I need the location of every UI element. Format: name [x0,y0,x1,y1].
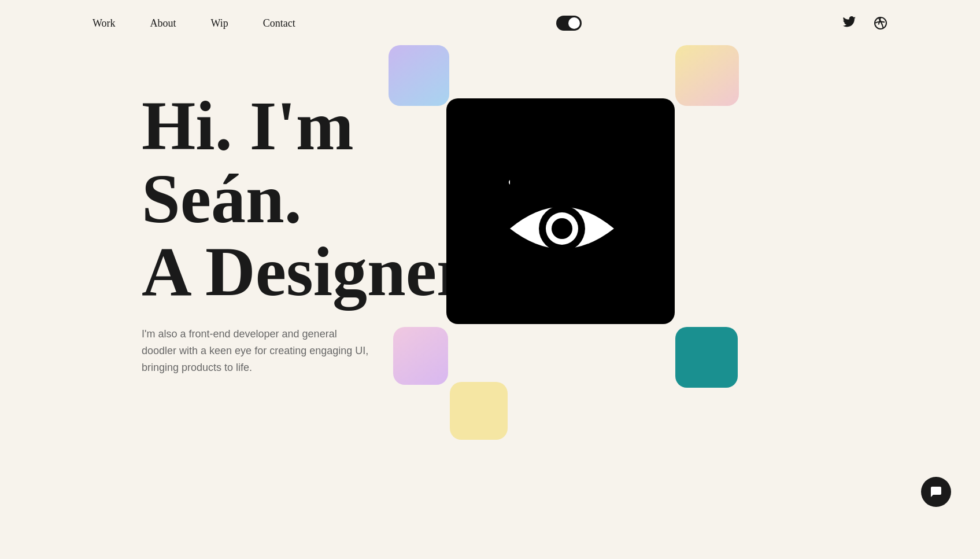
dribbble-icon[interactable] [874,16,887,30]
twitter-icon[interactable] [842,16,856,30]
hero-title-line3: A Designer. [142,236,478,308]
hero-eye-card [446,98,675,324]
teal-square [675,327,738,388]
toggle-knob [568,17,580,29]
hero-description: I'm also a front-end developer and gener… [142,326,373,376]
eye-illustration [474,142,648,281]
svg-point-7 [552,218,572,239]
nav-link-work[interactable]: Work [93,17,116,30]
chat-icon [929,485,943,499]
hero-title: Hi. I'm Seán. A Designer. [142,90,478,308]
chat-button[interactable] [921,477,951,507]
hero-title-line2: Seán. [142,163,478,236]
pink-square [393,327,448,385]
dark-mode-toggle[interactable] [556,16,582,31]
nav-center [295,16,842,31]
nav-link-about[interactable]: About [150,17,176,30]
navigation: Work About Wip Contact [0,0,980,46]
nav-social [842,16,887,30]
nav-link-wip[interactable]: Wip [211,17,228,30]
yellow-square [450,382,508,440]
nav-link-contact[interactable]: Contact [263,17,295,30]
nav-links: Work About Wip Contact [93,17,295,30]
yellow-pink-square [675,45,739,106]
purple-square [389,45,449,106]
